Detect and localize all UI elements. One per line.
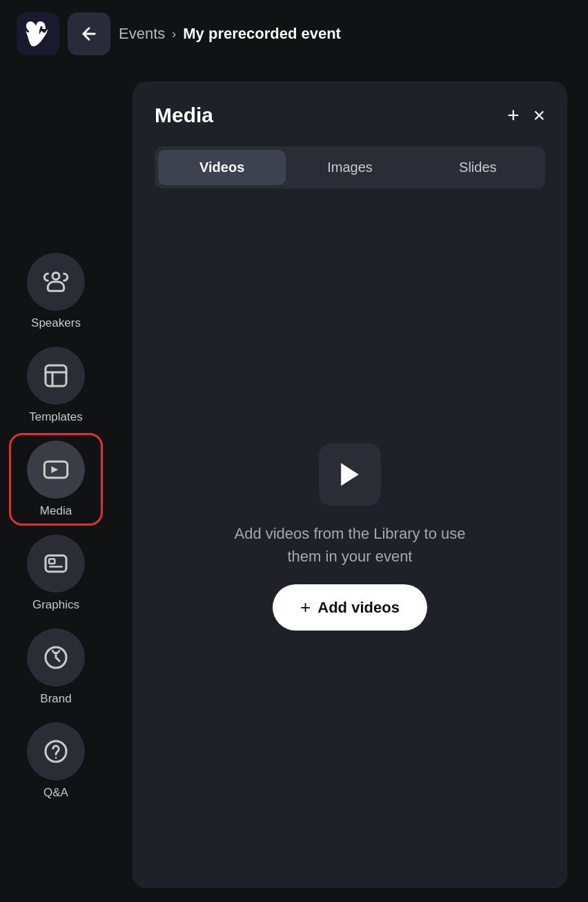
breadcrumb-events[interactable]: Events <box>119 25 165 43</box>
add-videos-label: Add videos <box>317 599 400 617</box>
qna-icon <box>27 722 85 780</box>
templates-icon <box>27 347 85 405</box>
main-layout: Speakers Templates Media <box>0 68 588 902</box>
add-videos-plus-icon: + <box>300 597 311 618</box>
brand-icon <box>27 628 85 687</box>
empty-state-text: Add videos from the Library to use them … <box>226 522 474 568</box>
svg-rect-5 <box>49 566 63 568</box>
panel-title: Media <box>155 104 213 127</box>
breadcrumb-chevron: › <box>172 27 176 41</box>
speakers-icon <box>27 253 85 311</box>
sidebar-item-media-label: Media <box>40 504 72 518</box>
sidebar-item-brand[interactable]: Brand <box>11 623 101 711</box>
play-icon-box <box>319 443 381 506</box>
tab-images[interactable]: Images <box>286 150 413 185</box>
tab-slides[interactable]: Slides <box>414 150 542 185</box>
svg-point-0 <box>52 273 59 280</box>
panel-card: Media + × Videos Images Slides Ad <box>133 81 567 888</box>
add-videos-button[interactable]: + Add videos <box>273 584 427 631</box>
sidebar-item-brand-label: Brand <box>40 692 71 706</box>
svg-point-8 <box>55 757 57 759</box>
graphics-icon <box>27 535 85 593</box>
breadcrumb: Events › My prerecorded event <box>119 25 341 43</box>
svg-point-7 <box>46 741 66 762</box>
play-icon <box>335 459 365 490</box>
sidebar-item-speakers[interactable]: Speakers <box>11 247 101 336</box>
close-panel-button[interactable]: × <box>533 105 545 126</box>
tab-videos[interactable]: Videos <box>158 150 286 185</box>
svg-rect-1 <box>46 365 66 386</box>
breadcrumb-current: My prerecorded event <box>183 25 341 43</box>
tabs-bar: Videos Images Slides <box>155 146 545 189</box>
sidebar-item-graphics-label: Graphics <box>32 598 79 612</box>
svg-marker-9 <box>341 463 359 486</box>
sidebar-item-templates-label: Templates <box>29 410 82 424</box>
back-button[interactable] <box>68 12 110 55</box>
svg-rect-4 <box>49 559 55 564</box>
sidebar-item-media[interactable]: Media <box>11 435 101 524</box>
sidebar-item-speakers-label: Speakers <box>31 316 81 330</box>
media-icon <box>27 441 85 499</box>
sidebar-item-graphics[interactable]: Graphics <box>11 529 101 617</box>
sidebar-item-qna[interactable]: Q&A <box>11 717 101 805</box>
panel-header: Media + × <box>155 104 545 127</box>
top-bar: Events › My prerecorded event <box>0 0 588 68</box>
sidebar-item-qna-label: Q&A <box>43 786 68 800</box>
empty-state: Add videos from the Library to use them … <box>155 208 545 866</box>
sidebar: Speakers Templates Media <box>0 68 112 902</box>
vimeo-logo <box>17 12 59 55</box>
panel-actions: + × <box>507 105 545 126</box>
add-media-button[interactable]: + <box>507 105 520 126</box>
sidebar-item-templates[interactable]: Templates <box>11 341 101 430</box>
content-panel: Media + × Videos Images Slides Ad <box>112 68 588 902</box>
